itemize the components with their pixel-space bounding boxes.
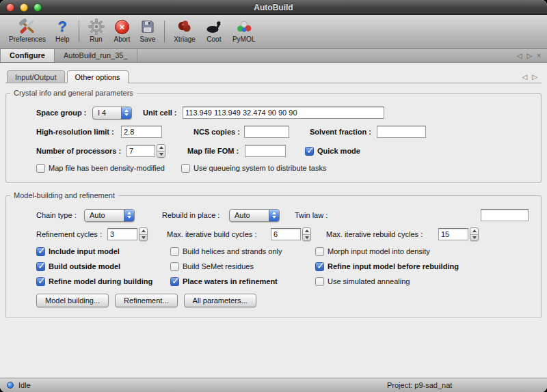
toolbar-button-pymol[interactable]: PyMOL	[228, 16, 260, 48]
crystal-row-checkboxes: Map file has been density-modified Use q…	[13, 160, 534, 176]
space-group-label: Space group :	[36, 109, 92, 117]
page-nav-back-icon[interactable]: ◁	[522, 73, 528, 81]
max-build-cycles-input[interactable]	[271, 228, 301, 240]
chain-type-select[interactable]: Auto	[84, 209, 135, 222]
checkbox-place-waters[interactable]	[170, 277, 179, 286]
tab-nav-forward-icon[interactable]: ▷	[526, 50, 532, 62]
model-row-chain-type: Chain type : Auto Rebuild in place : Aut…	[13, 206, 534, 225]
group-title: Crystal info and general parameters	[10, 89, 137, 97]
toolbar-button-preferences[interactable]: Preferences	[4, 16, 51, 48]
tab-nav-back-icon[interactable]: ◁	[517, 50, 522, 62]
model-building-button[interactable]: Model building...	[36, 294, 109, 307]
project-label: Project: p9-sad_nat	[387, 381, 452, 389]
max-rebuild-cycles-input[interactable]	[438, 228, 468, 240]
density-modified-label: Map file has been density-modified	[49, 164, 170, 172]
group-title: Model-building and refinement	[10, 191, 118, 199]
toolbar-button-xtriage[interactable]: Xtriage	[169, 16, 200, 48]
status-indicator-icon	[7, 382, 14, 389]
checkbox-label: Refine input model before rebuilding	[328, 262, 459, 270]
crystal-row-processors: Number of processors : Map file FOM : Qu…	[13, 141, 534, 160]
density-modified-checkbox[interactable]	[36, 164, 45, 173]
traffic-lights	[6, 3, 42, 12]
toolbar-label: Run	[90, 36, 102, 43]
refinement-cycles-stepper[interactable]	[139, 227, 148, 241]
toolbar-label: Abort	[114, 36, 131, 43]
toolbar-button-help[interactable]: ? Help	[51, 16, 75, 48]
tab-autobuild-run-35[interactable]: AutoBuild_run_35_	[55, 49, 137, 62]
tab-other-options[interactable]: Other options	[67, 70, 129, 83]
tab-configure[interactable]: Configure	[0, 49, 55, 62]
toolbar-separator	[79, 20, 79, 42]
queueing-label: Use queueing system to distribute tasks	[194, 164, 326, 172]
all-parameters-button[interactable]: All parameters...	[184, 294, 256, 307]
refinement-cycles-input[interactable]	[107, 228, 137, 240]
chain-type-label: Chain type :	[36, 211, 84, 219]
toolbar-button-save[interactable]: Save	[135, 16, 160, 48]
checkbox-morph-input-model[interactable]	[315, 247, 324, 256]
unit-cell-input[interactable]	[183, 107, 384, 119]
twin-law-input[interactable]	[481, 209, 529, 221]
checkbox-label: Use simulated annealing	[328, 277, 410, 285]
rebuild-in-place-select[interactable]: Auto	[229, 209, 280, 222]
abort-icon: ×	[115, 18, 129, 36]
processors-stepper[interactable]	[157, 144, 165, 158]
ncs-copies-input[interactable]	[244, 126, 289, 138]
page-nav-forward-icon[interactable]: ▷	[532, 73, 537, 81]
refinement-button[interactable]: Refinement...	[115, 294, 177, 307]
toolbar-button-coot[interactable]: Coot	[200, 16, 228, 48]
quick-mode-checkbox[interactable]	[305, 147, 314, 156]
high-resolution-limit-input[interactable]	[121, 126, 162, 138]
map-file-fom-label: Map file FOM :	[187, 147, 245, 155]
twin-law-label: Twin law :	[295, 211, 334, 219]
status-bar: Idle Project: p9-sad_nat	[0, 378, 547, 392]
checkbox-label: Build SeMet residues	[183, 262, 254, 270]
checkbox-label: Place waters in refinement	[183, 277, 278, 285]
toolbar-label: Coot	[206, 36, 221, 43]
group-crystal-info: Crystal info and general parameters Spac…	[5, 93, 542, 183]
model-row-cycles: Refinement cycles : Max. iterative build…	[13, 225, 534, 244]
app-window: AutoBuild Preferences ? Help	[0, 0, 547, 392]
tab-input-output[interactable]: Input/Output	[7, 70, 65, 83]
rebuild-in-place-value: Auto	[230, 210, 269, 221]
run-tab-strip: Configure AutoBuild_run_35_ ◁ ▷ ×	[0, 49, 547, 63]
queueing-checkbox[interactable]	[181, 164, 190, 173]
checkbox-label: Morph input model into density	[328, 247, 430, 255]
checkbox-refine-input-before-rebuild[interactable]	[315, 262, 324, 271]
space-group-select[interactable]: I 4	[92, 107, 132, 120]
titlebar[interactable]: AutoBuild	[0, 0, 547, 15]
content-spacer	[5, 318, 542, 378]
max-rebuild-cycles-stepper[interactable]	[470, 227, 479, 241]
checkbox-refine-during-building[interactable]	[36, 277, 45, 286]
tab-close-icon[interactable]: ×	[537, 50, 541, 62]
xtriage-icon	[176, 18, 193, 36]
map-file-fom-input[interactable]	[245, 145, 286, 157]
solvent-fraction-input[interactable]	[377, 126, 426, 138]
max-build-cycles-label: Max. iterative build cycles :	[167, 230, 271, 238]
checkbox-build-helices-strands[interactable]	[170, 247, 179, 256]
checkbox-build-semet[interactable]	[170, 262, 179, 271]
checkbox-simulated-annealing[interactable]	[315, 277, 324, 286]
close-button[interactable]	[6, 3, 14, 12]
page-tab-strip: Input/Output Other options ◁ ▷	[5, 67, 542, 83]
zoom-button[interactable]	[34, 3, 42, 12]
run-tab-nav: ◁ ▷ ×	[511, 49, 547, 62]
checkbox-build-outside-model[interactable]	[36, 262, 45, 271]
model-checkbox-row-3: Refine model during building Place water…	[13, 274, 534, 289]
main-content: Input/Output Other options ◁ ▷ Crystal i…	[0, 63, 547, 378]
toolbar-button-abort[interactable]: × Abort	[109, 16, 135, 48]
max-build-cycles-stepper[interactable]	[302, 227, 311, 241]
minimize-button[interactable]	[20, 3, 28, 12]
checkbox-include-input-model[interactable]	[36, 247, 45, 256]
max-rebuild-cycles-label: Max. iterative rebuild cycles :	[326, 230, 438, 238]
toolbar-label: Save	[139, 36, 155, 43]
crystal-row-resolution: High-resolution limit : NCS copies : Sol…	[13, 122, 534, 141]
checkbox-label: Include input model	[49, 247, 120, 255]
toolbar-button-run[interactable]: Run	[83, 16, 109, 48]
number-of-processors-input[interactable]	[126, 145, 155, 157]
space-group-value: I 4	[93, 107, 121, 119]
crystal-row-space-group: Space group : I 4 Unit cell :	[13, 103, 534, 122]
status-text: Idle	[18, 381, 31, 389]
checkbox-label: Build helices and strands only	[183, 247, 282, 255]
save-icon	[140, 18, 155, 36]
run-gear-icon	[88, 18, 105, 36]
